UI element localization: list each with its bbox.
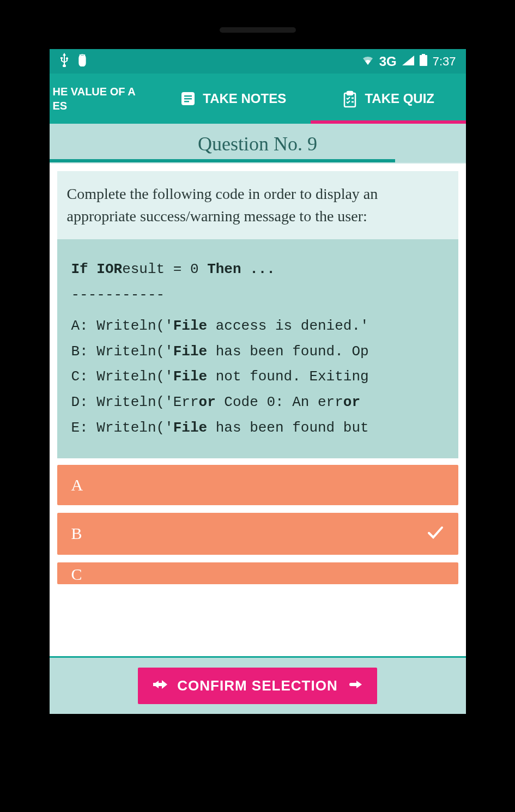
battery-icon: [420, 54, 427, 69]
svg-rect-3: [184, 95, 192, 97]
android-debug-icon: [77, 53, 88, 69]
page-title: HE VALUE OF A ES: [50, 74, 156, 124]
tab-notes-label: TAKE NOTES: [203, 91, 286, 106]
tab-bar: HE VALUE OF A ES TAKE NOTES TAKE QUIZ: [50, 74, 466, 124]
question-title: Question No. 9: [50, 132, 466, 155]
hand-right-icon: [347, 678, 362, 694]
network-label: 3G: [379, 54, 397, 69]
tab-take-notes[interactable]: TAKE NOTES: [156, 74, 311, 124]
question-prompt: Complete the following code in order to …: [57, 171, 458, 239]
question-header: Question No. 9: [50, 124, 466, 162]
status-left: [59, 53, 88, 70]
answer-c-label: C: [71, 565, 82, 584]
code-line-header: If IOResult = 0 Then ...: [71, 257, 444, 282]
code-option-d: D: Writeln('Error Code 0: An error: [71, 390, 444, 415]
confirm-selection-button[interactable]: CONFIRM SELECTION: [138, 668, 377, 704]
clock-time: 7:37: [433, 54, 456, 69]
answer-b-label: B: [71, 524, 82, 543]
phone-frame: 3G 7:37 HE VALUE OF A ES TAKE NOTES: [45, 11, 470, 768]
code-option-b: B: Writeln('File has been found. Op: [71, 339, 444, 365]
usb-icon: [59, 53, 69, 70]
quiz-icon: [342, 90, 358, 107]
status-bar: 3G 7:37: [50, 49, 466, 74]
tab-quiz-label: TAKE QUIZ: [365, 91, 434, 106]
screen: 3G 7:37 HE VALUE OF A ES TAKE NOTES: [50, 49, 466, 714]
check-icon: [427, 524, 444, 544]
code-divider: -----------: [71, 282, 444, 308]
answer-a-label: A: [71, 476, 83, 494]
phone-speaker: [220, 27, 296, 33]
code-block: If IOResult = 0 Then ... ----------- A: …: [57, 239, 458, 458]
svg-rect-5: [184, 101, 189, 102]
answer-option-b[interactable]: B: [57, 513, 458, 555]
answer-list: A B C: [57, 465, 458, 584]
svg-rect-1: [420, 55, 427, 66]
answer-option-c[interactable]: C: [57, 562, 458, 584]
code-option-a: A: Writeln('File access is denied.': [71, 313, 444, 339]
status-right: 3G 7:37: [362, 54, 456, 69]
confirm-label: CONFIRM SELECTION: [177, 677, 337, 694]
bottom-bar: CONFIRM SELECTION: [50, 656, 466, 714]
code-option-e: E: Writeln('File has been found but: [71, 415, 444, 441]
answer-option-a[interactable]: A: [57, 465, 458, 505]
svg-rect-4: [184, 98, 192, 100]
wifi-icon: [362, 54, 374, 69]
title-line-1: HE VALUE OF A: [53, 84, 153, 99]
code-option-c: C: Writeln('File not found. Exiting: [71, 364, 444, 390]
tab-take-quiz[interactable]: TAKE QUIZ: [311, 74, 466, 124]
svg-rect-7: [347, 92, 353, 95]
notes-icon: [180, 90, 196, 107]
hand-left-icon: [153, 678, 168, 694]
content-area: Complete the following code in order to …: [50, 162, 466, 656]
title-line-2: ES: [53, 99, 153, 113]
signal-icon: [402, 54, 414, 69]
